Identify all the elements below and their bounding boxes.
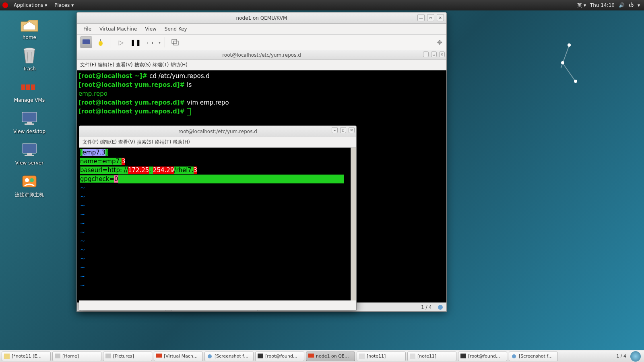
prompt: [root@localhost ~]# [78,72,149,80]
task-root-term2[interactable]: [root@found… [458,352,507,361]
guest-pager[interactable]: 1 / 4 [421,304,432,310]
task-note11[interactable]: [*note11 (E… [2,352,51,361]
svg-rect-17 [100,39,101,41]
console-button[interactable] [80,36,92,48]
trash-icon[interactable]: Trash [7,47,52,72]
guest-menu-search[interactable]: 搜索(S) [134,62,151,68]
nested-maximize-button[interactable]: ▫ [340,127,346,133]
cursor [187,108,191,115]
nested-menu-view[interactable]: 查看(V) [118,139,135,146]
connect-teacher-icon[interactable]: 连接讲师主机 [7,173,52,198]
bottom-taskbar: [*note11 (E… [Home] [Pictures] [Virtual … [0,350,644,362]
view-server-icon[interactable]: View server [7,142,52,166]
svg-rect-31 [410,354,415,359]
guest-menu-terminal[interactable]: 终端(T) [153,62,169,68]
minimize-button[interactable]: — [417,14,425,21]
vim-tilde: ~ [80,219,355,228]
input-method-indicator[interactable]: 英 ▾ [577,2,586,9]
prompt: [root@localhost yum.repos.d]# [78,81,187,88]
view-desktop-icon[interactable]: View desktop [7,110,52,134]
vim-tilde: ~ [80,237,355,245]
menu-file[interactable]: File [80,25,95,33]
task-note11-2[interactable]: [note11] [357,352,406,361]
vm-window-titlebar[interactable]: node1 on QEMU/KVM — ▫ ✕ [77,12,446,24]
dropdown-arrow-icon[interactable]: ▾ [159,40,161,45]
nested-menu-edit[interactable]: 编辑(E) [100,139,117,146]
vim-tilde: ~ [80,263,355,272]
places-menu[interactable]: Places ▾ [51,1,77,10]
nested-menu-terminal[interactable]: 终端(T) [155,139,171,146]
volume-icon[interactable]: 🔊 [619,2,625,8]
menu-virtual-machine[interactable]: Virtual Machine [96,25,140,33]
vim-text: emp7.3 [83,149,105,156]
task-pictures[interactable]: [Pictures] [103,352,152,361]
command-text: vim emp.repo [187,99,229,106]
vim-tilde: ~ [80,183,355,192]
vim-tilde: ~ [80,210,355,219]
svg-point-22 [438,305,443,310]
svg-rect-7 [27,122,32,123]
shutdown-button[interactable]: ▭ [144,36,156,48]
scrollbar[interactable] [351,148,356,300]
svg-rect-5 [31,84,35,90]
task-screenshot2[interactable]: [Screenshot f… [509,352,558,361]
guest-menu-file[interactable]: 文件(F) [80,62,96,68]
task-home[interactable]: [Home] [52,352,101,361]
user-menu-icon[interactable]: ▾ [638,2,640,8]
task-virtmgr[interactable]: [Virtual Mach… [154,352,203,361]
vim-text: 3 [122,158,126,165]
manage-vms-icon[interactable]: Manage VMs [7,79,52,103]
guest-terminal-titlebar[interactable]: root@localhost:/etc/yum.repos.d – ▫ ✕ [77,50,446,60]
power-icon[interactable]: ⏻ [629,2,634,8]
maximize-button[interactable]: ▫ [427,14,434,21]
show-desktop-icon[interactable] [630,351,641,362]
nested-menu-help[interactable]: 帮助(H) [173,139,190,146]
svg-rect-15 [83,39,90,44]
vim-text: [ [80,149,83,156]
clock[interactable]: Thu 14:10 [590,2,615,8]
svg-rect-32 [460,354,466,358]
guest-menu-view[interactable]: 查看(V) [116,62,133,68]
svg-rect-10 [27,153,32,155]
fullscreen-icon[interactable]: ✥ [437,39,442,46]
close-button[interactable]: ✕ [437,14,444,21]
task-root-term1[interactable]: [root@found… [255,352,304,361]
vim-text: 0 [114,175,118,183]
task-node1-vm[interactable]: node1 on QE… [306,352,355,361]
svg-point-33 [512,354,516,358]
svg-point-13 [25,178,29,182]
nested-menu-search[interactable]: 搜索(S) [137,139,153,146]
guest-minimize-button[interactable]: – [423,51,429,57]
guest-menu-help[interactable]: 帮助(H) [170,62,187,68]
nested-close-button[interactable]: ✕ [349,127,355,133]
task-note11-3[interactable]: [note11] [407,352,456,361]
vim-text: gpgcheck= [80,175,114,183]
guest-menu-edit[interactable]: 编辑(E) [98,62,114,68]
home-folder-icon[interactable]: home [7,16,52,40]
nested-titlebar[interactable]: root@localhost:/etc/yum.repos.d – ▫ ✕ [79,126,356,137]
snapshot-button[interactable] [169,36,181,48]
nested-terminal-window: root@localhost:/etc/yum.repos.d – ▫ ✕ 文件… [79,125,357,311]
workspace-pager[interactable]: 1 / 4 [616,354,629,359]
info-button[interactable] [95,36,107,48]
prompt: [root@localhost yum.repos.d]# [78,108,187,115]
guest-close-button[interactable]: ✕ [439,51,445,57]
vm-window-title: node1 on QEMU/KVM [236,15,287,21]
vim-tilde: ~ [80,245,355,254]
run-button[interactable]: ▷ [115,36,127,48]
vim-editor-body[interactable]: [emp7.3]name=emp7.3baseurl=http: //172.2… [79,148,356,300]
guest-maximize-button[interactable]: ▫ [431,51,437,57]
vim-content: [emp7.3]name=emp7.3baseurl=http: //172.2… [79,148,356,290]
menu-send-key[interactable]: Send Key [161,25,190,33]
nested-minimize-button[interactable]: – [332,127,338,133]
vim-tilde: ~ [80,281,355,290]
menu-view[interactable]: View [142,25,159,33]
guest-terminal-title: root@localhost:/etc/yum.repos.d [222,52,301,58]
vim-text: . [149,167,153,174]
svg-rect-3 [21,84,25,90]
nested-menu-file[interactable]: 文件(F) [83,139,99,146]
task-screenshot1[interactable]: [Screenshot f… [204,352,254,361]
svg-rect-9 [22,144,37,153]
pause-button[interactable]: ❚❚ [130,36,142,48]
applications-menu[interactable]: Applications ▾ [10,1,50,10]
